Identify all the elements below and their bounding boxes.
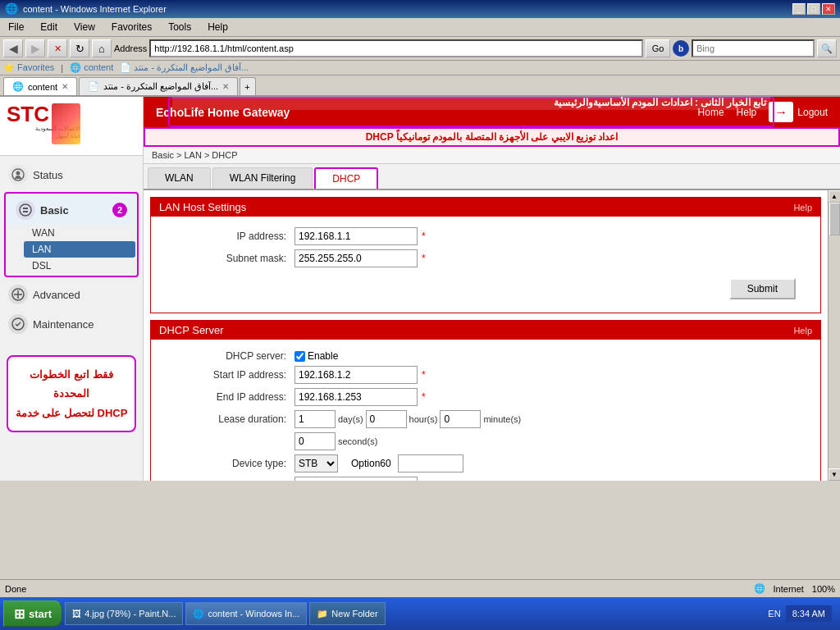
info-annotation-box: فقط اتبع الخطوات المحددة DHCP لتحصل على … bbox=[7, 355, 136, 432]
tab-wlan[interactable]: WLAN bbox=[148, 167, 211, 189]
sidebar-item-dsl[interactable]: DSL bbox=[24, 258, 135, 274]
tab-content[interactable]: 🌐 content ✕ bbox=[3, 77, 77, 95]
start-ip-row: Start IP address: * bbox=[163, 366, 808, 384]
scroll-down-button[interactable]: ▼ bbox=[829, 468, 841, 481]
basic-label: Basic bbox=[40, 204, 69, 217]
taskbar-right: EN 8:34 AM bbox=[768, 605, 837, 622]
menu-file[interactable]: File bbox=[3, 20, 29, 34]
search-container: b 🔍 bbox=[673, 39, 837, 57]
taskbar-item-paint[interactable]: 🖼 4.jpg (78%) - Paint.N... bbox=[65, 602, 183, 625]
forward-button[interactable]: ▶ bbox=[25, 39, 45, 57]
seconds-label: second(s) bbox=[338, 436, 377, 446]
start-ip-label: Start IP address: bbox=[163, 369, 294, 381]
lang-indicator: EN bbox=[768, 609, 780, 619]
sidebar-item-maintenance[interactable]: Maintenance bbox=[0, 309, 143, 339]
lease-minutes-input[interactable] bbox=[440, 410, 481, 428]
end-ip-field: * bbox=[294, 388, 426, 406]
tab-dhcp[interactable]: DHCP bbox=[314, 167, 378, 189]
dhcp-enable-field: Enable bbox=[294, 350, 338, 362]
status-text: Done bbox=[5, 584, 26, 594]
start-ip-input[interactable] bbox=[294, 366, 418, 384]
scroll-track[interactable] bbox=[829, 203, 840, 468]
menu-edit[interactable]: Edit bbox=[35, 20, 62, 34]
menu-tools[interactable]: Tools bbox=[163, 20, 196, 34]
subnet-mask-field: * bbox=[294, 249, 426, 267]
tab-close-button[interactable]: ✕ bbox=[62, 82, 68, 91]
lease-duration-label: Lease duration: bbox=[163, 413, 294, 425]
header-home-link[interactable]: Home bbox=[698, 107, 724, 118]
subnet-mask-input[interactable] bbox=[294, 249, 418, 267]
new-tab-button[interactable]: + bbox=[240, 77, 256, 95]
sidebar-item-wan[interactable]: WAN bbox=[24, 225, 135, 241]
home-button[interactable]: ⌂ bbox=[92, 39, 112, 57]
sidebar-item-basic[interactable]: Basic 2 bbox=[7, 195, 135, 225]
taskbar-item-ie[interactable]: 🌐 content - Windows In... bbox=[185, 602, 307, 625]
menu-help[interactable]: Help bbox=[203, 20, 233, 34]
search-input[interactable] bbox=[692, 39, 815, 57]
paint-label: 4.jpg (78%) - Paint.N... bbox=[84, 609, 176, 619]
search-button[interactable]: 🔍 bbox=[817, 39, 837, 57]
lease-seconds-row: second(s) bbox=[163, 432, 808, 450]
page-header: EchoLife Home Gateway Home Help → Logout bbox=[144, 97, 840, 127]
menu-view[interactable]: View bbox=[69, 20, 100, 34]
stop-button[interactable]: ✕ bbox=[48, 39, 67, 57]
lease-days-input[interactable] bbox=[294, 410, 336, 428]
maximize-button[interactable]: □ bbox=[807, 3, 820, 15]
status-icon bbox=[8, 165, 28, 185]
go-button[interactable]: Go bbox=[646, 39, 670, 57]
subnet-mask-label: Subnet mask: bbox=[163, 253, 294, 264]
scroll-up-button[interactable]: ▲ bbox=[829, 190, 841, 203]
sidebar-item-lan[interactable]: LAN bbox=[24, 241, 135, 258]
tab-close-button2[interactable]: ✕ bbox=[222, 82, 229, 91]
breadcrumb-text: Basic > LAN > DHCP bbox=[152, 150, 238, 160]
fav-item-1[interactable]: 🌐 content bbox=[70, 62, 113, 73]
lease-hours-input[interactable] bbox=[366, 410, 407, 428]
lease-duration-field: day(s) hour(s) minute(s) bbox=[294, 410, 521, 428]
logout-link[interactable]: Logout bbox=[797, 107, 828, 118]
dhcp-enable-checkbox[interactable] bbox=[294, 351, 305, 362]
dhcp-help-link[interactable]: Help bbox=[793, 326, 812, 336]
taskbar-item-folder[interactable]: 📁 New Folder bbox=[309, 602, 385, 625]
logout-area: → Logout bbox=[769, 102, 828, 122]
close-button[interactable]: ✕ bbox=[822, 3, 835, 15]
sidebar-item-status[interactable]: Status bbox=[0, 160, 143, 189]
tab-label: content bbox=[28, 82, 57, 92]
system-clock: 8:34 AM bbox=[786, 605, 832, 622]
option60-input[interactable] bbox=[398, 454, 463, 472]
hours-label: hour(s) bbox=[409, 414, 438, 424]
ie-icon: 🌐 bbox=[5, 2, 18, 16]
sidebar-item-advanced[interactable]: Advanced bbox=[0, 280, 143, 309]
vertical-scrollbar[interactable]: ▲ ▼ bbox=[828, 190, 840, 481]
lan-submit-button[interactable]: Submit bbox=[729, 278, 796, 299]
zoom-text: 100% bbox=[812, 584, 835, 594]
dhcp-enable-text: Enable bbox=[308, 350, 338, 362]
dhcp-server-section: DHCP Server Help DHCP server: Enable bbox=[150, 320, 821, 481]
fav-item-2[interactable]: 📄 آفاق المواضيع المتكررة - منتد... bbox=[120, 62, 249, 73]
favorites-bar: ⭐ Favorites | 🌐 content 📄 آفاق المواضيع … bbox=[0, 61, 840, 75]
menu-favorites[interactable]: Favorites bbox=[107, 20, 157, 34]
start-ip2-input[interactable] bbox=[294, 477, 418, 481]
content-inner: LAN Host Settings Help IP address: * bbox=[144, 190, 828, 481]
device-type-field: STB PC Other Option60 bbox=[294, 454, 463, 472]
tab-wlan-filtering[interactable]: WLAN Filtering bbox=[212, 167, 313, 189]
tab-label2: آفاق المواضيع المتكررة - منتد... bbox=[103, 81, 218, 92]
device-type-select[interactable]: STB PC Other bbox=[294, 454, 338, 472]
favorites-button[interactable]: ⭐ Favorites bbox=[3, 62, 54, 73]
lan-help-link[interactable]: Help bbox=[793, 203, 812, 212]
lease-seconds-input[interactable] bbox=[294, 432, 336, 450]
stc-logo-image: STC الاتصالات السعوديةجياة أسهل bbox=[7, 103, 80, 148]
start-button[interactable]: ⊞ start bbox=[3, 600, 62, 627]
minimize-button[interactable]: _ bbox=[792, 3, 806, 15]
start-ip2-label: Start IP address: bbox=[163, 480, 294, 481]
address-input[interactable] bbox=[149, 39, 643, 57]
back-button[interactable]: ◀ bbox=[3, 39, 23, 57]
tab-afaq[interactable]: 📄 آفاق المواضيع المتكررة - منتد... ✕ bbox=[79, 77, 238, 95]
subtitle-text: اعداد توزيع الايبي على الأجهزة المتصلة ب… bbox=[366, 131, 619, 143]
ip-address-input[interactable] bbox=[294, 227, 418, 245]
scroll-thumb[interactable] bbox=[829, 203, 840, 235]
header-help-link[interactable]: Help bbox=[737, 107, 757, 118]
tab-icon2: 📄 bbox=[88, 81, 99, 92]
content-tabs: WLAN WLAN Filtering DHCP bbox=[144, 164, 840, 190]
end-ip-input[interactable] bbox=[294, 388, 418, 406]
refresh-button[interactable]: ↻ bbox=[70, 39, 89, 57]
